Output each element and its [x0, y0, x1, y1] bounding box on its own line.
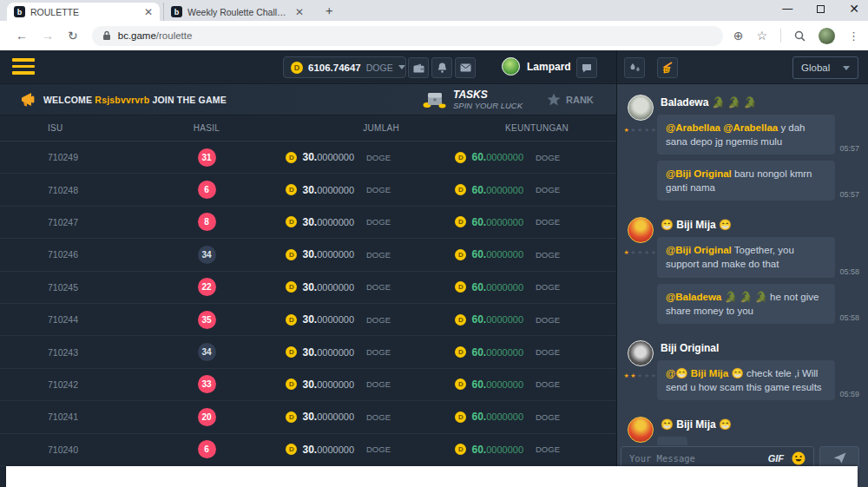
browser-profile-avatar[interactable]	[819, 28, 835, 44]
wallet-button[interactable]	[408, 57, 429, 78]
win-currency: DOGE	[536, 153, 569, 162]
round-id: 710243	[35, 347, 156, 358]
site-topbar: D 6106.74647 DOGE Lampard	[0, 50, 616, 84]
bet-frac: 0000000	[317, 217, 354, 227]
chat-toggle-button[interactable]	[576, 57, 597, 78]
notifications-button[interactable]	[431, 57, 452, 78]
table-row[interactable]: 710249 31 D 30.0000000 DOGE D 60.0000000…	[0, 141, 616, 174]
bet-amount: D 30.0000000 DOGE	[257, 346, 408, 359]
mail-button[interactable]	[455, 57, 476, 78]
table-row[interactable]: 710244 35 D 30.0000000 DOGE D 60.0000000…	[0, 304, 616, 336]
table-row[interactable]: 710241 20 D 30.0000000 DOGE D 60.0000000…	[0, 401, 616, 433]
table-row[interactable]: 710248 6 D 30.0000000 DOGE D 60.0000000 …	[0, 174, 616, 206]
doge-coin-icon: D	[455, 281, 466, 293]
balance-selector[interactable]: D 6106.74647 DOGE	[283, 56, 406, 78]
address-bar[interactable]: bc.game/roulette	[92, 26, 723, 46]
mention[interactable]: @Baladewa 🐊 🐊 🐊	[666, 292, 767, 302]
win-currency: DOGE	[536, 412, 569, 422]
bet-amount: D 30.0000000 DOGE	[257, 184, 408, 196]
doge-coin-icon: D	[286, 314, 297, 326]
user-menu[interactable]: Lampard	[502, 57, 588, 76]
doge-coin-icon: D	[286, 249, 297, 260]
mention[interactable]: @Arabellaa @Arabellaa	[666, 122, 778, 133]
avatar[interactable]	[628, 417, 654, 443]
mention[interactable]: @Biji Original	[666, 168, 732, 179]
win-frac: 0000000	[486, 249, 523, 260]
win-frac: 0000000	[486, 314, 523, 325]
reload-icon[interactable]: ↻	[68, 29, 78, 43]
search-icon[interactable]	[794, 30, 806, 42]
win-frac: 0000000	[486, 379, 523, 390]
forward-icon[interactable]: →	[42, 29, 54, 43]
table-row[interactable]: 710243 34 D 30.0000000 DOGE D 60.0000000…	[0, 336, 616, 368]
chat-channel-select[interactable]: Global	[792, 56, 858, 79]
doge-coin-icon: D	[286, 184, 297, 195]
mention[interactable]: @Biji Original	[666, 245, 732, 255]
zoom-page-icon[interactable]: ⊕	[733, 29, 744, 43]
chat-author[interactable]: Baladewa 🐊 🐊 🐊	[661, 96, 859, 109]
bet-amount: D 30.0000000 DOGE	[257, 216, 408, 228]
tab-weekly-challenge[interactable]: b Weekly Roulette Challenge - Win ✕	[163, 3, 311, 21]
table-row[interactable]: 710245 22 D 30.0000000 DOGE D 60.0000000…	[0, 272, 616, 304]
tab-roulette[interactable]: b ROULETTE ✕	[7, 3, 160, 21]
bet-frac: 0000000	[317, 411, 354, 422]
table-row[interactable]: 710240 6 D 30.0000000 DOGE D 60.0000000 …	[0, 434, 616, 466]
chat-author[interactable]: 😁 Biji Mija 😁	[661, 219, 859, 231]
avatar[interactable]	[628, 217, 654, 243]
announcement-banner: WELCOME Rsjsbvvrvrb JOIN THE GAME TASKS …	[0, 84, 616, 115]
win-currency: DOGE	[536, 282, 569, 292]
mention[interactable]: @😁 Biji Mija 😁	[666, 368, 744, 378]
browser-menu-icon[interactable]: ⋮	[848, 30, 859, 43]
chevron-down-icon	[843, 66, 850, 70]
bet-main: 30.	[302, 313, 317, 326]
table-row[interactable]: 710246 34 D 30.0000000 DOGE D 60.0000000…	[0, 239, 616, 271]
tab-close-icon[interactable]: ✕	[144, 6, 153, 18]
tasks-button[interactable]: TASKS SPIN YOUR LUCK	[423, 89, 523, 110]
window-minimize-button[interactable]: —	[782, 3, 792, 15]
avatar[interactable]	[628, 95, 654, 121]
table-row[interactable]: 710242 33 D 30.0000000 DOGE D 60.0000000…	[0, 369, 616, 401]
bet-amount: D 30.0000000 DOGE	[257, 248, 408, 260]
new-tab-button[interactable]: ＋	[323, 3, 335, 19]
gif-button[interactable]: GIF	[768, 453, 784, 464]
bcgame-app: D 6106.74647 DOGE Lampard	[0, 50, 868, 487]
bet-amount: D 30.0000000 DOGE	[257, 281, 408, 293]
coindrop-button[interactable]: D	[657, 57, 678, 78]
bet-main: 30.	[302, 248, 317, 260]
header-jumlah: JUMLAH	[363, 123, 408, 133]
window-close-button[interactable]: ✕	[849, 2, 859, 16]
message-input[interactable]	[629, 453, 768, 464]
message-bubble: @Arabellaa @Arabellaa y dah sana depo jg…	[657, 115, 835, 155]
chat-channel-value: Global	[801, 63, 830, 73]
doge-coin-icon: D	[286, 346, 297, 358]
profit-amount: D 60.0000000 DOGE	[408, 411, 577, 423]
profit-amount: D 60.0000000 DOGE	[408, 184, 577, 196]
profit-amount: D 60.0000000 DOGE	[408, 248, 577, 260]
tab-close-icon[interactable]: ✕	[295, 6, 304, 18]
welcomed-player-name[interactable]: Rsjsbvvrvrb	[95, 95, 149, 105]
win-currency: DOGE	[536, 444, 569, 454]
menu-hamburger-icon[interactable]	[12, 58, 35, 78]
chat-author[interactable]: Biji Original	[661, 342, 859, 354]
window-maximize-button[interactable]	[817, 5, 825, 13]
chat-author[interactable]: 😁 Biji Mija 😁	[661, 418, 859, 431]
bet-frac: 0000000	[317, 379, 354, 390]
profit-amount: D 60.0000000 DOGE	[408, 444, 577, 456]
rain-button[interactable]	[624, 57, 645, 78]
balance-amount: 6106.74647	[308, 63, 361, 73]
rank-button[interactable]: RANK	[547, 93, 594, 106]
chat-messages[interactable]: ★★★★★ Baladewa 🐊 🐊 🐊 @Arabellaa @Arabell…	[617, 84, 868, 445]
wallet-icon	[413, 63, 424, 73]
chat-message: Ok 05:59	[657, 437, 859, 445]
table-row[interactable]: 710247 8 D 30.0000000 DOGE D 60.0000000 …	[0, 207, 616, 239]
win-main: 60.	[471, 281, 486, 293]
emoji-button[interactable]	[792, 451, 806, 465]
win-currency: DOGE	[536, 315, 569, 325]
back-icon[interactable]: ←	[16, 29, 28, 43]
bet-frac: 0000000	[317, 444, 354, 455]
chat-message-group: ★★★★★ 😁 Biji Mija 😁 Ok 05:59	[624, 417, 859, 445]
bet-main: 30.	[302, 151, 317, 163]
bookmark-star-icon[interactable]: ☆	[756, 29, 767, 43]
avatar[interactable]	[628, 340, 654, 366]
doge-coin-icon: D	[286, 411, 297, 423]
